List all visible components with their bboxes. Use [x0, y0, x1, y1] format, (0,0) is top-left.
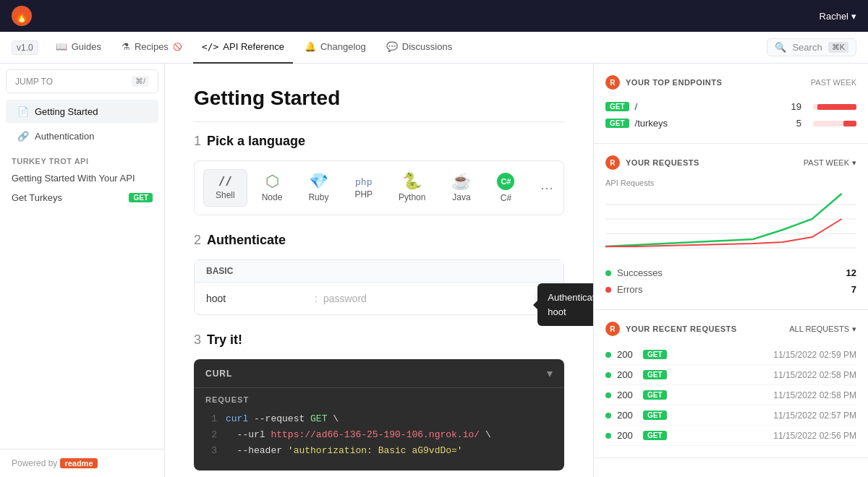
lang-python[interactable]: 🐍 Python [387, 168, 437, 208]
auth-separator: : [315, 293, 318, 304]
user-menu[interactable]: Rachel ▾ [820, 11, 856, 22]
auth-credentials-row: hoot : password ? Authentication credent… [195, 283, 563, 314]
your-requests-title: R YOUR REQUESTS [605, 155, 699, 170]
endpoint-1-method: GET [605, 102, 629, 111]
tab-api-reference[interactable]: </> API Reference [193, 32, 293, 64]
lang-node[interactable]: ⬡ Node [250, 168, 294, 208]
page-title: Getting Started [194, 87, 564, 110]
tab-changelog[interactable]: 🔔 Changelog [296, 32, 375, 64]
php-icon: php [355, 177, 372, 186]
java-icon: ☕ [451, 173, 471, 189]
search-bar[interactable]: 🔍 Search ⌘K [767, 38, 856, 56]
curl-header: CURL ▾ [194, 359, 564, 388]
recent-row-5: 200 GET 11/15/2022 02:56 PM [605, 426, 856, 446]
recent-2-status: 200 [617, 369, 637, 380]
sidebar-nav-get-turkeys[interactable]: Get Turkeys GET [0, 188, 164, 207]
key-icon: 🔗 [17, 130, 29, 142]
recent-1-method: GET [643, 350, 667, 359]
panel-avatar-3: R [605, 322, 620, 336]
csharp-icon: C# [497, 173, 514, 190]
lang-java[interactable]: ☕ Java [440, 168, 482, 208]
lang-shell[interactable]: // Shell [203, 169, 247, 207]
version-badge[interactable]: v1.0 [12, 40, 38, 55]
panel-avatar-1: R [605, 75, 620, 90]
recent-5-timestamp: 11/15/2022 02:56 PM [773, 431, 856, 441]
curl-code: 1 curl --request GET \ 2 --url https://a… [194, 408, 564, 470]
book-icon: 📖 [56, 41, 67, 52]
sidebar-nav-getting-started-api[interactable]: Getting Started With Your API [0, 168, 164, 188]
recent-2-timestamp: 11/15/2022 02:58 PM [773, 370, 856, 380]
doc-icon: 📄 [17, 106, 29, 117]
main-layout: JUMP TO ⌘/ 📄 Getting Started 🔗 Authentic… [0, 64, 868, 477]
tab-discussions[interactable]: 💬 Discussions [378, 32, 461, 64]
code-icon: </> [202, 41, 218, 52]
jump-to-input[interactable]: JUMP TO ⌘/ [6, 69, 158, 93]
recent-5-method: GET [643, 431, 667, 440]
recent-row-3: 200 GET 11/15/2022 02:58 PM [605, 385, 856, 405]
endpoint-2-path: /turkeys [635, 118, 791, 129]
recent-row-4: 200 GET 11/15/2022 02:57 PM [605, 405, 856, 426]
auth-username[interactable]: hoot [206, 293, 309, 304]
auth-password[interactable]: password [323, 293, 529, 304]
get-badge: GET [129, 193, 153, 202]
recent-1-status: 200 [617, 349, 637, 360]
lang-more-button[interactable]: ⋯ [529, 174, 565, 202]
recent-4-method: GET [643, 411, 667, 420]
readme-badge: readme [60, 458, 97, 468]
requests-chart [605, 190, 856, 262]
curl-line-3: 3 --header 'authorization: Basic aG9vdDo… [205, 443, 553, 459]
all-requests-btn[interactable]: ALL REQUESTS ▾ [789, 325, 856, 334]
lang-ruby[interactable]: 💎 Ruby [297, 168, 340, 208]
lang-php[interactable]: php PHP [343, 171, 384, 205]
bell-icon: 🔔 [305, 41, 316, 52]
top-nav: 🔥 Rachel ▾ [0, 0, 868, 32]
chat-icon: 💬 [386, 41, 398, 52]
search-icon: 🔍 [775, 42, 786, 53]
endpoint-1-count: 19 [791, 101, 801, 112]
sidebar-item-authentication[interactable]: 🔗 Authentication [6, 124, 158, 147]
recipes-badge: 🚫 [173, 43, 182, 51]
endpoint-1-path: / [635, 101, 786, 112]
section-3-num: 3 [194, 332, 201, 348]
auth-type-tab[interactable]: BASIC [195, 260, 563, 283]
endpoint-2-count: 5 [796, 118, 801, 129]
search-shortcut: ⌘K [828, 42, 848, 53]
recent-2-dot [605, 372, 611, 378]
endpoint-2-bar-fill [843, 121, 856, 126]
tab-recipes[interactable]: ⚗ Recipes 🚫 [113, 32, 190, 64]
successes-dot [605, 270, 611, 276]
recent-row-2: 200 GET 11/15/2022 02:58 PM [605, 365, 856, 385]
auth-tooltip: Authentication credentials for hoot [537, 283, 593, 326]
endpoint-row-2: GET /turkeys 5 [605, 115, 856, 132]
username-label: Rachel [820, 11, 848, 22]
top-nav-right: Rachel ▾ [820, 11, 856, 22]
curl-request-label: REQUEST [194, 388, 564, 408]
section-1-heading: 1 Pick a language [194, 134, 564, 149]
app-logo: 🔥 [12, 6, 32, 26]
language-picker: // Shell ⬡ Node 💎 Ruby php PHP 🐍 Python … [194, 160, 564, 215]
requests-period-btn[interactable]: PAST WEEK ▾ [804, 158, 856, 168]
python-icon: 🐍 [402, 173, 422, 189]
tab-bar: v1.0 📖 Guides ⚗ Recipes 🚫 </> API Refere… [0, 32, 868, 64]
content-area: Getting Started 1 Pick a language // She… [165, 64, 593, 477]
sidebar-item-getting-started[interactable]: 📄 Getting Started [6, 100, 158, 123]
recent-1-timestamp: 11/15/2022 02:59 PM [773, 350, 856, 360]
recent-3-dot [605, 392, 611, 398]
recent-1-dot [605, 352, 611, 358]
endpoint-1-bar [813, 104, 856, 110]
endpoint-2-method: GET [605, 119, 629, 128]
recent-4-timestamp: 11/15/2022 02:57 PM [773, 411, 856, 421]
tab-guides[interactable]: 📖 Guides [47, 32, 110, 64]
section-1-num: 1 [194, 134, 201, 149]
curl-expand-icon[interactable]: ▾ [547, 366, 553, 380]
recent-4-status: 200 [617, 410, 637, 421]
sidebar-section-title: TURKEY TROT API [0, 148, 164, 168]
recent-5-status: 200 [617, 430, 637, 441]
ruby-icon: 💎 [309, 173, 328, 189]
lang-csharp[interactable]: C# C# [485, 167, 526, 209]
section-2-num: 2 [194, 233, 201, 248]
flask-icon: ⚗ [122, 41, 130, 52]
sidebar-footer: Powered by readme [0, 449, 164, 477]
jump-kbd: ⌘/ [132, 76, 149, 87]
recent-requests-header: R YOUR RECENT REQUESTS ALL REQUESTS ▾ [605, 322, 856, 336]
